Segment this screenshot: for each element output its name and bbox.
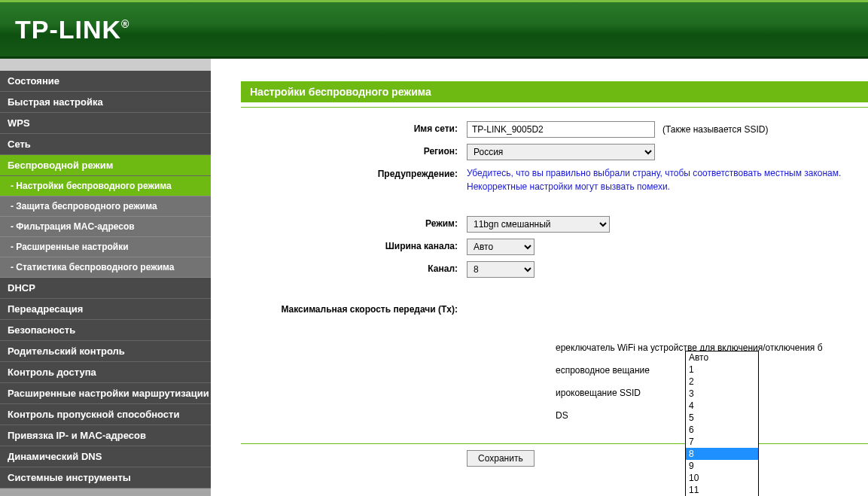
sidebar-item-dhcp[interactable]: DHCP: [0, 278, 211, 299]
ssid-broadcast-partial: ироковещание SSID: [241, 388, 641, 398]
sidebar-item-forwarding[interactable]: Переадресация: [0, 299, 211, 320]
ssid-hint: (Также называется SSID): [662, 124, 768, 135]
sidebar-sub-wireless-settings[interactable]: - Настройки беспроводного режима: [0, 176, 211, 196]
chwidth-label: Ширина канала:: [241, 239, 467, 251]
txrate-label: Максимальная скорость передачи (Tx):: [241, 302, 467, 315]
mode-label: Режим:: [241, 216, 467, 229]
ssid-input[interactable]: [467, 121, 655, 138]
channel-option-1[interactable]: 1: [686, 364, 758, 376]
region-label: Регион:: [241, 144, 467, 157]
broadcast-partial: еспроводное вещание: [241, 365, 650, 376]
channel-option-9[interactable]: 9: [686, 460, 758, 472]
channel-label: Канал:: [241, 261, 467, 274]
sidebar: Состояние Быстрая настройка WPS Сеть Бес…: [0, 59, 211, 496]
sidebar-item-network[interactable]: Сеть: [0, 134, 211, 155]
panel-title: Настройки беспроводного режима: [241, 81, 868, 102]
header: TP-LINK®: [0, 0, 868, 59]
channel-dropdown-list[interactable]: Авто 1 2 3 4 5 6 7 8 9 10 11 12 13: [685, 351, 759, 496]
wds-partial: DS: [241, 410, 568, 421]
sidebar-item-wireless[interactable]: Беспроводной режим: [0, 155, 211, 176]
sidebar-item-bandwidth[interactable]: Контроль пропускной способности: [0, 404, 211, 425]
channel-select[interactable]: 8: [467, 261, 535, 278]
brand-logo: TP-LINK®: [15, 15, 129, 44]
sidebar-item-access-control[interactable]: Контроль доступа: [0, 362, 211, 383]
channel-option-6[interactable]: 6: [686, 424, 758, 436]
sidebar-sub-wireless-security[interactable]: - Защита беспроводного режима: [0, 196, 211, 217]
sidebar-item-ip-mac-binding[interactable]: Привязка IP- и MAC-адресов: [0, 425, 211, 446]
channel-option-10[interactable]: 10: [686, 472, 758, 484]
sidebar-item-system-tools[interactable]: Системные инструменты: [0, 467, 211, 488]
warning-text: Убедитесь, что вы правильно выбрали стра…: [467, 166, 868, 193]
sidebar-sub-wireless-stats[interactable]: - Статистика беспроводного режима: [0, 257, 211, 278]
channel-option-11[interactable]: 11: [686, 484, 758, 496]
sidebar-item-wps[interactable]: WPS: [0, 113, 211, 134]
mode-select[interactable]: 11bgn смешанный: [467, 216, 610, 233]
save-button[interactable]: Сохранить: [467, 450, 535, 467]
channel-option-4[interactable]: 4: [686, 400, 758, 412]
sidebar-item-parental[interactable]: Родительский контроль: [0, 341, 211, 362]
channel-option-auto[interactable]: Авто: [686, 351, 758, 364]
sidebar-item-ddns[interactable]: Динамический DNS: [0, 446, 211, 467]
channel-option-3[interactable]: 3: [686, 388, 758, 400]
ssid-label: Имя сети:: [241, 121, 467, 134]
region-select[interactable]: Россия: [467, 144, 655, 160]
channel-option-8[interactable]: 8: [686, 448, 758, 460]
sidebar-sub-mac-filter[interactable]: - Фильтрация MAC-адресов: [0, 217, 211, 237]
sidebar-item-quick-setup[interactable]: Быстрая настройка: [0, 92, 211, 113]
sidebar-item-status[interactable]: Состояние: [0, 71, 211, 92]
sidebar-sub-advanced[interactable]: - Расширенные настройки: [0, 237, 211, 257]
warning-label: Предупреждение:: [241, 166, 467, 179]
chwidth-select[interactable]: Авто: [467, 239, 535, 255]
sidebar-item-routing[interactable]: Расширенные настройки маршрутизации: [0, 383, 211, 404]
main-panel: Настройки беспроводного режима Имя сети:…: [211, 59, 868, 496]
channel-option-5[interactable]: 5: [686, 412, 758, 424]
channel-option-7[interactable]: 7: [686, 436, 758, 448]
channel-option-2[interactable]: 2: [686, 376, 758, 388]
panel-separator: [241, 107, 868, 108]
sidebar-item-security[interactable]: Безопасность: [0, 320, 211, 341]
